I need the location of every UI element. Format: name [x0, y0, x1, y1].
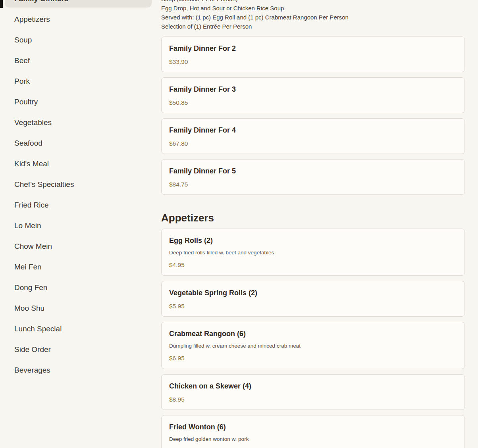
sidebar-item-pork[interactable]: Pork: [5, 73, 152, 90]
section-intro-line: Served with: (1 pc) Egg Roll and (1 pc) …: [161, 13, 465, 22]
item-name: Family Dinner For 5: [169, 166, 457, 176]
item-price: $50.85: [169, 98, 457, 108]
item-description: Deep fried golden wonton w. pork: [169, 435, 457, 443]
item-price: $33.90: [169, 57, 457, 67]
menu-item-chicken-on-a-skewer[interactable]: Chicken on a Skewer (4) $8.95: [161, 374, 465, 410]
sidebar-item-lunch-special[interactable]: Lunch Special: [5, 320, 152, 338]
sidebar-item-moo-shu[interactable]: Moo Shu: [5, 300, 152, 317]
menu-item-family-dinner-for-2[interactable]: Family Dinner For 2 $33.90: [161, 37, 465, 72]
item-name: Family Dinner For 4: [169, 125, 457, 135]
item-name: Family Dinner For 2: [169, 43, 457, 54]
item-price: $4.95: [169, 260, 457, 270]
item-name: Crabmeat Rangoon (6): [169, 329, 457, 339]
sidebar-item-mei-fen[interactable]: Mei Fen: [5, 258, 152, 276]
item-description: Deep fried rolls filled w. beef and vege…: [169, 249, 457, 257]
item-name: Fried Wonton (6): [169, 422, 457, 432]
item-price: $84.75: [169, 180, 457, 189]
item-price: $6.95: [169, 354, 457, 363]
menu-item-family-dinner-for-5[interactable]: Family Dinner For 5 $84.75: [161, 159, 465, 195]
sidebar-item-vegetables[interactable]: Vegetables: [5, 114, 152, 131]
section-intro-line: Egg Drop, Hot and Sour or Chicken Rice S…: [161, 4, 465, 13]
item-name: Egg Rolls (2): [169, 235, 457, 246]
menu-item-family-dinner-for-4[interactable]: Family Dinner For 4 $67.80: [161, 118, 465, 154]
item-name: Family Dinner For 3: [169, 84, 457, 94]
section-heading-appetizers: Appetizers: [161, 212, 465, 224]
sidebar-item-appetizers[interactable]: Appetizers: [5, 11, 152, 28]
menu-item-egg-rolls[interactable]: Egg Rolls (2) Deep fried rolls filled w.…: [161, 229, 465, 276]
sidebar-item-soup[interactable]: Soup: [5, 31, 152, 49]
sidebar-item-lo-mein[interactable]: Lo Mein: [5, 217, 152, 235]
item-name: Chicken on a Skewer (4): [169, 381, 457, 391]
item-description: Dumpling filled w. cream cheese and minc…: [169, 342, 457, 350]
sidebar-item-chow-mein[interactable]: Chow Mein: [5, 238, 152, 255]
sidebar-item-chefs-specialties[interactable]: Chef's Specialties: [5, 176, 152, 193]
sidebar-item-side-order[interactable]: Side Order: [5, 341, 152, 358]
item-price: $5.95: [169, 302, 457, 311]
menu-item-fried-wonton[interactable]: Fried Wonton (6) Deep fried golden wonto…: [161, 415, 465, 448]
sidebar-item-family-dinners[interactable]: Family Dinners: [5, 0, 152, 8]
sidebar-item-kids-meal[interactable]: Kid's Meal: [5, 155, 152, 173]
sidebar-item-beef[interactable]: Beef: [5, 52, 152, 69]
sidebar-item-poultry[interactable]: Poultry: [5, 93, 152, 111]
item-price: $67.80: [169, 139, 457, 148]
menu-item-family-dinner-for-3[interactable]: Family Dinner For 3 $50.85: [161, 77, 465, 113]
sidebar-item-dong-fen[interactable]: Dong Fen: [5, 279, 152, 296]
section-intro-line: Selection of (1) Entrée Per Person: [161, 22, 465, 31]
category-sidebar: Family Dinners Appetizers Soup Beef Pork…: [0, 0, 155, 382]
menu-item-vegetable-spring-rolls[interactable]: Vegetable Spring Rolls (2) $5.95: [161, 281, 465, 317]
appetizers-item-list: Egg Rolls (2) Deep fried rolls filled w.…: [161, 229, 465, 448]
menu-content: Soup (Choose 1 Per Person) Egg Drop, Hot…: [161, 0, 465, 448]
sidebar-item-beverages[interactable]: Beverages: [5, 361, 152, 379]
sidebar-item-fried-rice[interactable]: Fried Rice: [5, 196, 152, 214]
family-dinners-section-intro: Soup (Choose 1 Per Person) Egg Drop, Hot…: [161, 0, 465, 31]
section-intro-line-clipped: Soup (Choose 1 Per Person): [161, 0, 465, 4]
item-price: $8.95: [169, 395, 457, 404]
sidebar-item-seafood[interactable]: Seafood: [5, 135, 152, 152]
family-dinners-item-list: Family Dinner For 2 $33.90 Family Dinner…: [161, 37, 465, 195]
menu-item-crabmeat-rangoon[interactable]: Crabmeat Rangoon (6) Dumpling filled w. …: [161, 322, 465, 369]
item-name: Vegetable Spring Rolls (2): [169, 288, 457, 298]
